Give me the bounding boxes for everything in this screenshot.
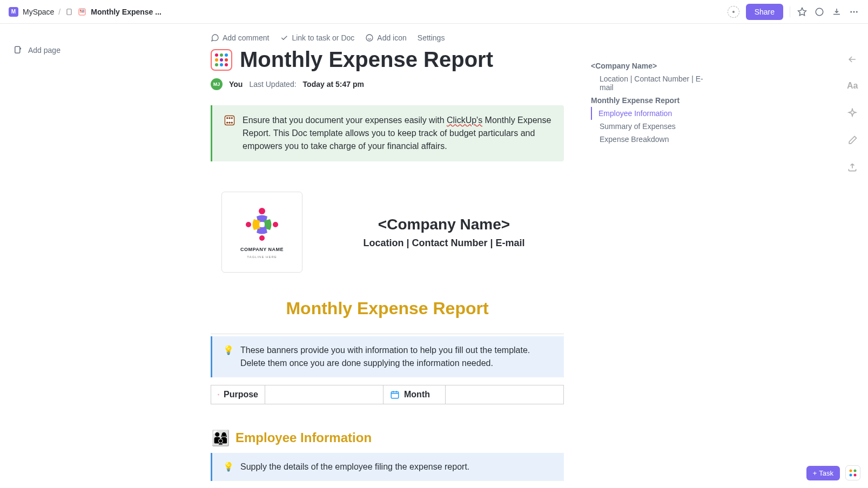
divider bbox=[211, 334, 564, 334]
intro-callout: Ensure that you document your expenses e… bbox=[211, 105, 564, 161]
meta-row: MJ You Last Updated: Today at 5:47 pm bbox=[211, 78, 564, 90]
svg-point-24 bbox=[273, 222, 278, 227]
svg-point-34 bbox=[854, 474, 857, 477]
outline-item[interactable]: Employee Information bbox=[591, 107, 715, 120]
breadcrumb-doc-title[interactable]: Monthly Expense ... bbox=[91, 8, 162, 16]
export-icon[interactable] bbox=[847, 162, 859, 174]
calendar-icon bbox=[390, 390, 400, 399]
outline-item[interactable]: Location | Contact Number | E-mail bbox=[591, 72, 715, 94]
svg-point-6 bbox=[82, 11, 83, 12]
abacus-icon bbox=[78, 8, 86, 16]
bottom-right-actions: + Task bbox=[806, 465, 860, 480]
settings-label: Settings bbox=[418, 33, 445, 42]
link-task-label: Link to task or Doc bbox=[292, 33, 354, 42]
svg-point-7 bbox=[83, 11, 84, 12]
add-page-button[interactable]: Add page bbox=[9, 41, 121, 59]
report-section-title: Monthly Expense Report bbox=[211, 299, 564, 318]
settings-button[interactable]: Settings bbox=[418, 33, 445, 42]
svg-point-11 bbox=[850, 11, 852, 12]
svg-point-21 bbox=[228, 122, 230, 124]
star-icon[interactable] bbox=[797, 6, 808, 17]
lightbulb-icon: 💡 bbox=[223, 344, 234, 370]
typography-icon[interactable]: Aa bbox=[847, 81, 859, 93]
activity-icon[interactable] bbox=[728, 6, 739, 18]
new-task-button[interactable]: + Task bbox=[806, 466, 840, 480]
purpose-value[interactable] bbox=[265, 385, 383, 404]
svg-marker-9 bbox=[798, 8, 806, 15]
plus-icon: + bbox=[813, 469, 817, 477]
purpose-label: Purpose bbox=[224, 390, 258, 399]
callout-text: Ensure that you document your expenses e… bbox=[243, 114, 552, 153]
divider bbox=[790, 6, 790, 17]
updated-time: Today at 5:47 pm bbox=[303, 80, 364, 89]
lightbulb-icon: 💡 bbox=[223, 460, 234, 473]
outline-panel: <Company Name> Location | Contact Number… bbox=[591, 59, 715, 146]
svg-point-22 bbox=[231, 122, 233, 124]
collapse-icon[interactable] bbox=[847, 54, 859, 66]
svg-point-33 bbox=[850, 474, 852, 477]
outline-item[interactable]: <Company Name> bbox=[591, 59, 715, 72]
logo-name: COMPANY NAME bbox=[240, 247, 284, 252]
author-label: You bbox=[229, 80, 243, 89]
svg-point-8 bbox=[732, 11, 735, 13]
breadcrumb-workspace[interactable]: MySpace bbox=[23, 8, 54, 16]
edit-icon[interactable] bbox=[847, 135, 859, 147]
clickup-link[interactable]: ClickUp's bbox=[447, 116, 482, 125]
add-comment-label: Add comment bbox=[223, 33, 269, 42]
document-icon bbox=[65, 8, 73, 16]
company-subtitle[interactable]: Location | Contact Number | E-mail bbox=[324, 238, 564, 249]
svg-point-23 bbox=[259, 208, 265, 214]
task-label: Task bbox=[819, 469, 833, 477]
topbar: M MySpace / Monthly Expense ... Share bbox=[0, 0, 868, 24]
breadcrumb: M MySpace / Monthly Expense ... bbox=[9, 7, 162, 17]
info-banner-text: These banners provide you with informati… bbox=[240, 344, 553, 370]
workspace-badge[interactable]: M bbox=[9, 7, 18, 17]
target-icon bbox=[218, 390, 219, 399]
outline-item[interactable]: Expense Breakdown bbox=[591, 133, 715, 146]
ai-icon[interactable] bbox=[847, 108, 859, 120]
download-icon[interactable] bbox=[831, 6, 842, 17]
link-task-button[interactable]: Link to task or Doc bbox=[280, 33, 354, 42]
company-logo[interactable]: COMPANY NAME TAGLINE HERE bbox=[221, 192, 302, 273]
people-icon: 👨‍👩‍👦 bbox=[211, 428, 230, 448]
svg-point-26 bbox=[246, 222, 251, 227]
svg-point-4 bbox=[83, 9, 84, 10]
svg-point-20 bbox=[226, 122, 228, 124]
svg-point-2 bbox=[80, 9, 81, 10]
comment-icon[interactable] bbox=[814, 6, 825, 17]
add-icon-button[interactable]: Add icon bbox=[365, 33, 406, 42]
svg-point-15 bbox=[366, 35, 373, 41]
svg-point-10 bbox=[816, 8, 823, 16]
company-name[interactable]: <Company Name> bbox=[324, 216, 564, 233]
svg-point-19 bbox=[231, 117, 233, 119]
purpose-month-row: Purpose Month bbox=[211, 385, 564, 404]
company-block: COMPANY NAME TAGLINE HERE <Company Name>… bbox=[221, 192, 564, 273]
share-button[interactable]: Share bbox=[746, 4, 783, 20]
emoji-icon bbox=[365, 33, 374, 42]
svg-point-31 bbox=[850, 470, 852, 472]
more-icon[interactable] bbox=[849, 6, 859, 17]
right-rail: Aa bbox=[842, 54, 864, 174]
abacus-icon[interactable] bbox=[211, 49, 232, 71]
svg-point-5 bbox=[80, 11, 81, 12]
month-value[interactable] bbox=[446, 385, 563, 404]
page-title[interactable]: Monthly Expense Report bbox=[240, 48, 493, 72]
logo-shape-icon bbox=[243, 206, 281, 243]
updated-label: Last Updated: bbox=[249, 80, 296, 89]
outline-item[interactable]: Monthly Expense Report bbox=[591, 94, 715, 107]
title-row: Monthly Expense Report bbox=[211, 48, 564, 72]
logo-tagline: TAGLINE HERE bbox=[247, 255, 277, 259]
svg-point-12 bbox=[853, 11, 855, 12]
svg-point-18 bbox=[228, 117, 230, 119]
employee-banner-text: Supply the details of the employee filin… bbox=[240, 460, 469, 473]
apps-button[interactable] bbox=[845, 465, 860, 480]
avatar[interactable]: MJ bbox=[211, 78, 223, 90]
grid-icon bbox=[849, 469, 857, 477]
comment-icon bbox=[211, 33, 219, 42]
purpose-cell: Purpose bbox=[211, 385, 265, 404]
employee-section-header: 👨‍👩‍👦 Employee Information bbox=[211, 428, 564, 448]
outline-item[interactable]: Summary of Expenses bbox=[591, 120, 715, 133]
add-comment-button[interactable]: Add comment bbox=[211, 33, 269, 42]
month-cell: Month bbox=[383, 385, 446, 404]
employee-section-title: Employee Information bbox=[235, 430, 372, 445]
